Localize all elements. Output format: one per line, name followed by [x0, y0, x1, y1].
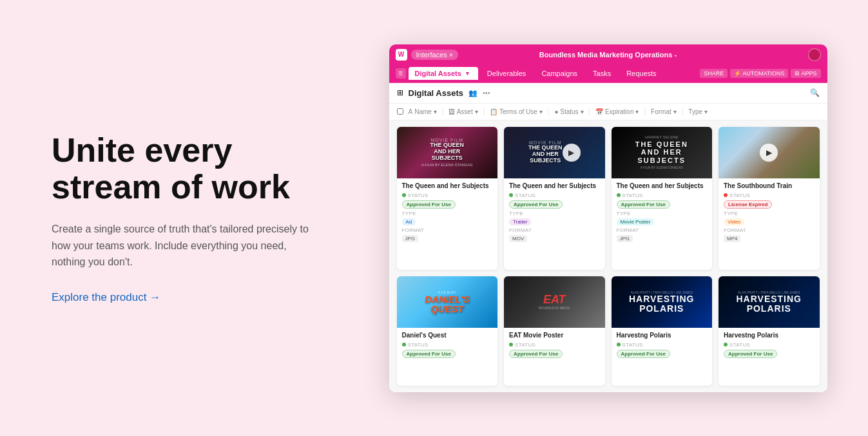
- format-badge-3: JPG: [617, 235, 633, 242]
- right-panel: W Interfaces × Boundless Media Marketing…: [361, 32, 868, 405]
- status-badge-1: Approved For Use: [402, 200, 456, 209]
- card-thumb-queen-1: MOVIE FILM THE QUEENAND HERSUBJECTS A FI…: [397, 127, 498, 178]
- card-body-daniels: Daniel's Quest STATUS Approved For Use: [397, 328, 498, 364]
- card-grid: MOVIE FILM THE QUEENAND HERSUBJECTS A FI…: [389, 120, 827, 392]
- card-title-harvest-2: Harvestng Polaris: [724, 332, 815, 339]
- card-body-queen-3: The Queen and her Subjects STATUS Approv…: [612, 178, 713, 248]
- card-body-queen-1: The Queen and her Subjects STATUS Approv…: [397, 178, 498, 248]
- format-badge-1: JPG: [402, 235, 419, 242]
- interfaces-label: Interfaces: [416, 51, 447, 59]
- window-title: Boundless Media Marketing Operations -: [539, 51, 677, 59]
- grid-icon: ⊞: [397, 88, 403, 97]
- type-badge-1: Ad: [402, 218, 416, 225]
- nav-tab-digital-assets[interactable]: Digital Assets ▾: [409, 67, 478, 80]
- col-asset: 🖼 Asset ▾: [448, 108, 477, 115]
- card-body-harvest-2: Harvestng Polaris STATUS Approved For Us…: [719, 328, 820, 364]
- cta-link[interactable]: Explore the product →: [52, 291, 160, 304]
- status-badge-eat: Approved For Use: [509, 350, 563, 358]
- card-thumb-queen-2: MOVIE FILM THE QUEENAND HERSUBJECTS ▶: [504, 127, 605, 178]
- status-badge-harvest-2: Approved For Use: [724, 350, 777, 358]
- nav-right-buttons: SHARE ⚡ AUTOMATIONS ⊞ APPS: [700, 69, 820, 78]
- thumb-text-queen-1: MOVIE FILM THE QUEENAND HERSUBJECTS A FI…: [421, 138, 472, 167]
- nav-tab-deliverables[interactable]: Deliverables: [481, 67, 533, 80]
- card-queen-3[interactable]: HARRIET SELENE THE QUEENAND HERSUBJECTS …: [612, 127, 713, 270]
- nav-tab-requests[interactable]: Requests: [620, 67, 662, 80]
- share-button[interactable]: SHARE: [700, 69, 728, 78]
- col-expiration: 📅 Expiration ▾: [595, 108, 639, 115]
- card-body-harvest-1: Harvestng Polaris STATUS Approved For Us…: [612, 328, 713, 364]
- thumb-text-harvest-1: ALAN PRATT • TARA WELLS • JIM JAMES HARV…: [629, 290, 695, 313]
- thumb-text-queen-3: HARRIET SELENE THE QUEENAND HERSUBJECTS …: [635, 135, 688, 169]
- card-train[interactable]: ▶ The Southbound Train STATUS License Ex…: [719, 127, 820, 270]
- people-icon: 👥: [468, 89, 477, 97]
- card-queen-1[interactable]: MOVIE FILM THE QUEENAND HERSUBJECTS A FI…: [397, 127, 498, 270]
- card-thumb-queen-3: HARRIET SELENE THE QUEENAND HERSUBJECTS …: [612, 127, 713, 178]
- status-dot-2: [509, 193, 513, 197]
- status-dot-daniels: [402, 343, 406, 346]
- thumb-text-queen-2: MOVIE FILM THE QUEENAND HERSUBJECTS: [528, 140, 563, 164]
- card-queen-2[interactable]: MOVIE FILM THE QUEENAND HERSUBJECTS ▶ Th…: [504, 127, 605, 270]
- apps-button[interactable]: ⊞ APPS: [791, 69, 820, 78]
- card-body-train: The Southbound Train STATUS License Expi…: [719, 178, 820, 248]
- status-dot-train: [724, 193, 728, 197]
- page-wrapper: Unite every stream of work Create a sing…: [0, 0, 868, 436]
- card-title-queen-1: The Queen and her Subjects: [402, 182, 493, 190]
- tasks-label: Tasks: [593, 70, 611, 77]
- status-dot-1: [402, 193, 406, 197]
- asset-sort: ▾: [475, 108, 478, 115]
- type-badge-2: Trailer: [509, 218, 531, 225]
- left-panel: Unite every stream of work Create a sing…: [0, 93, 361, 343]
- top-bar-content: W Interfaces × Boundless Media Marketing…: [396, 48, 821, 61]
- card-thumb-daniels: A FILM BY DANIEL'SQUEST: [397, 276, 498, 328]
- status-badge-daniels: Approved For Use: [402, 350, 456, 358]
- toolbar: ⊞ Digital Assets 👥 ••• 🔍: [389, 83, 827, 104]
- card-title-eat: EAT Movie Poster: [509, 332, 600, 339]
- col-format: Format ▾: [651, 108, 677, 115]
- play-button-train[interactable]: ▶: [760, 144, 778, 162]
- card-thumb-harvest-1: ALAN PRATT • TARA WELLS • JIM JAMES HARV…: [612, 276, 713, 328]
- requests-label: Requests: [626, 70, 656, 77]
- interfaces-tab[interactable]: Interfaces ×: [411, 50, 459, 60]
- card-thumb-train: ▶: [719, 127, 820, 178]
- card-eat[interactable]: EAT BOUNDLESS MEDIA EAT Movie Poster STA…: [504, 276, 605, 386]
- app-window: W Interfaces × Boundless Media Marketing…: [389, 44, 827, 392]
- type-badge-3: Movie Poster: [617, 218, 655, 225]
- card-title-queen-3: The Queen and her Subjects: [617, 182, 708, 190]
- digital-assets-label: Digital Assets: [415, 70, 461, 77]
- deliverables-label: Deliverables: [487, 70, 526, 77]
- select-all-checkbox[interactable]: [397, 108, 403, 115]
- play-button-2[interactable]: ▶: [563, 144, 581, 162]
- format-badge-train: MP4: [724, 235, 740, 242]
- col-terms: 📋 Terms of Use ▾: [490, 108, 543, 115]
- content-area: ⊞ Digital Assets 👥 ••• 🔍 A Name ▾ | 🖼 As…: [389, 83, 827, 392]
- type-badge-train: Video: [724, 218, 744, 225]
- headline: Unite every stream of work: [52, 132, 322, 205]
- col-status: ● Status ▾: [554, 108, 583, 115]
- col-name: A Name ▾: [409, 108, 437, 115]
- card-harvest-1[interactable]: ALAN PRATT • TARA WELLS • JIM JAMES HARV…: [612, 276, 713, 386]
- card-title-queen-2: The Queen and her Subjects: [509, 182, 600, 190]
- subtext: Create a single source of truth that's t…: [52, 221, 309, 270]
- menu-icon[interactable]: ☰: [396, 68, 406, 79]
- nav-tab-tasks[interactable]: Tasks: [586, 67, 617, 80]
- thumb-text-daniels: A FILM BY DANIEL'SQUEST: [425, 290, 469, 314]
- automations-button[interactable]: ⚡ AUTOMATIONS: [730, 69, 788, 78]
- top-bar-left: W Interfaces ×: [396, 49, 459, 61]
- card-daniels[interactable]: A FILM BY DANIEL'SQUEST Daniel's Quest S…: [397, 276, 498, 386]
- thumb-text-eat: EAT BOUNDLESS MEDIA: [539, 294, 570, 310]
- nav-tab-campaigns[interactable]: Campaigns: [535, 67, 584, 80]
- card-body-queen-2: The Queen and her Subjects STATUS Approv…: [504, 178, 605, 248]
- more-icon: •••: [483, 89, 490, 97]
- card-harvest-2[interactable]: ALAN PRATT • TARA WELLS • JIM JAMES HARV…: [719, 276, 820, 386]
- card-title-train: The Southbound Train: [724, 182, 815, 190]
- sort-icon: ▾: [434, 108, 437, 115]
- format-badge-2: MOV: [509, 235, 527, 242]
- status-dot-eat: [509, 343, 513, 346]
- status-dot-3: [617, 193, 621, 197]
- search-icon[interactable]: 🔍: [810, 88, 820, 97]
- toolbar-title: Digital Assets: [409, 88, 464, 98]
- card-thumb-harvest-2: ALAN PRATT • TARA WELLS • JIM JAMES HARV…: [719, 276, 820, 328]
- status-dot-harvest-2: [724, 343, 728, 346]
- campaigns-label: Campaigns: [541, 70, 577, 77]
- status-badge-2: Approved For Use: [509, 200, 563, 209]
